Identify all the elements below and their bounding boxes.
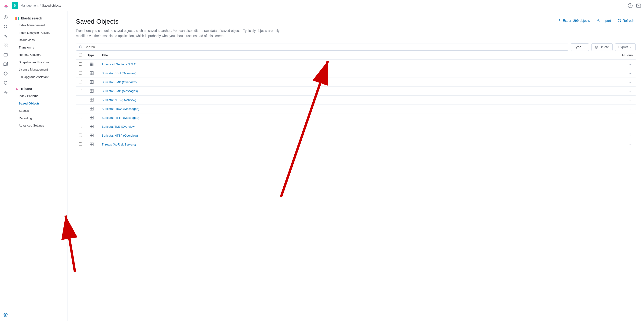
rail-uptime[interactable] (2, 88, 10, 97)
row-title[interactable]: Suricata: SSH (Overview) (99, 69, 485, 78)
row-title[interactable]: Suricata: HTTP (Overview) (99, 131, 485, 140)
table-row: Threats (At-Risk Servers)··· (76, 140, 636, 149)
clock-icon[interactable] (628, 3, 633, 8)
row-title-link[interactable]: Suricata: HTTP (Messages) (102, 116, 139, 120)
svg-rect-23 (90, 64, 91, 65)
sidebar-kibana-section: Kibana Index Patterns Saved Objects Spac… (11, 85, 67, 129)
row-checkbox[interactable] (79, 71, 82, 75)
sidebar-item-upgrade[interactable]: 8.0 Upgrade Assistant (11, 73, 67, 81)
sidebar-item-advanced-settings[interactable]: Advanced Settings (11, 122, 67, 129)
sidebar-item-index-lifecycle[interactable]: Index Lifecycle Policies (11, 29, 67, 37)
type-filter-button[interactable]: Type (571, 43, 589, 51)
row-title-link[interactable]: Suricata: HTTP (Overview) (102, 134, 138, 137)
dashboard-icon (88, 134, 96, 137)
svg-rect-7 (4, 46, 5, 47)
row-actions-menu[interactable]: ··· (485, 78, 636, 87)
row-type-icon (85, 140, 99, 149)
row-actions-menu[interactable]: ··· (485, 113, 636, 122)
rail-management[interactable] (2, 311, 10, 319)
svg-rect-52 (92, 118, 94, 119)
rail-discover[interactable] (2, 23, 10, 31)
row-checkbox[interactable] (79, 62, 82, 66)
row-title[interactable]: Suricata: SMB (Overview) (99, 78, 485, 87)
svg-rect-43 (90, 100, 92, 102)
row-actions-menu[interactable]: ··· (485, 140, 636, 149)
rail-canvas[interactable] (2, 51, 10, 59)
rail-visualize[interactable] (2, 32, 10, 40)
row-actions-menu[interactable]: ··· (485, 104, 636, 113)
table-row: Suricata: SSH (Overview)··· (76, 69, 636, 78)
rail-maps[interactable] (2, 60, 10, 68)
row-title-link[interactable]: Advanced Settings [7.5.1] (102, 63, 136, 66)
row-title-link[interactable]: Suricata: SMB (Messages) (102, 89, 138, 93)
chevron-down-icon (583, 46, 586, 49)
select-all-checkbox[interactable] (79, 53, 82, 57)
row-title[interactable]: Advanced Settings [7.5.1] (99, 60, 485, 69)
row-actions-menu[interactable]: ··· (485, 60, 636, 69)
sidebar-item-transforms[interactable]: Transforms (11, 44, 67, 51)
svg-rect-32 (92, 73, 94, 75)
svg-rect-24 (92, 64, 92, 65)
row-actions-menu[interactable]: ··· (485, 131, 636, 140)
breadcrumb-parent[interactable]: Management (20, 4, 38, 7)
row-title-link[interactable]: Suricata: Flows (Messages) (102, 107, 139, 111)
row-title[interactable]: Suricata: HTTP (Messages) (99, 113, 485, 122)
rail-home[interactable] (2, 13, 10, 22)
search-input[interactable] (84, 45, 565, 49)
row-type-icon (85, 78, 99, 87)
row-checkbox[interactable] (79, 107, 82, 110)
rail-dashboard[interactable] (2, 41, 10, 50)
user-avatar[interactable]: D (12, 2, 18, 9)
row-checkbox[interactable] (79, 98, 82, 101)
row-actions-menu[interactable]: ··· (485, 95, 636, 104)
svg-rect-61 (90, 143, 92, 144)
row-title-link[interactable]: Suricata: SMB (Overview) (102, 80, 137, 84)
sidebar-item-reporting[interactable]: Reporting (11, 115, 67, 122)
sidebar-item-spaces[interactable]: Spaces (11, 107, 67, 115)
svg-rect-40 (92, 91, 94, 93)
row-checkbox[interactable] (79, 89, 82, 92)
rail-ml[interactable] (2, 69, 10, 78)
svg-rect-58 (92, 134, 94, 135)
sidebar-item-index-patterns[interactable]: Index Patterns (11, 92, 67, 100)
table-row: Suricata: Flows (Messages)··· (76, 104, 636, 113)
row-checkbox[interactable] (79, 125, 82, 128)
row-title-link[interactable]: Threats (At-Risk Servers) (102, 143, 136, 146)
rail-security[interactable] (2, 79, 10, 87)
row-title[interactable]: Suricata: Flows (Messages) (99, 104, 485, 113)
row-actions-menu[interactable]: ··· (485, 122, 636, 131)
row-checkbox[interactable] (79, 134, 82, 137)
dashboard-icon (88, 71, 96, 75)
row-title[interactable]: Suricata: NFS (Overview) (99, 95, 485, 104)
row-title[interactable]: Threats (At-Risk Servers) (99, 140, 485, 149)
svg-rect-46 (92, 107, 94, 109)
row-title-link[interactable]: Suricata: NFS (Overview) (102, 98, 136, 102)
row-checkbox[interactable] (79, 116, 82, 119)
row-title-link[interactable]: Suricata: TLS (Overview) (102, 125, 136, 128)
svg-marker-11 (4, 63, 8, 66)
sidebar-item-saved-objects[interactable]: Saved Objects (11, 100, 67, 107)
row-title[interactable]: Suricata: TLS (Overview) (99, 122, 485, 131)
row-actions-menu[interactable]: ··· (485, 69, 636, 78)
export-all-button[interactable]: Export 299 objects (556, 18, 591, 24)
svg-rect-48 (92, 109, 94, 110)
refresh-button[interactable]: Refresh (616, 18, 636, 24)
svg-rect-33 (90, 81, 92, 82)
sidebar-item-rollup-jobs[interactable]: Rollup Jobs (11, 36, 67, 44)
trash-icon (595, 46, 598, 49)
import-button[interactable]: Import (595, 18, 612, 24)
export-button[interactable]: Export (615, 43, 636, 51)
row-checkbox[interactable] (79, 80, 82, 83)
sidebar-item-license[interactable]: License Management (11, 66, 67, 73)
row-title-link[interactable]: Suricata: SSH (Overview) (102, 72, 136, 75)
sidebar-item-snapshot-restore[interactable]: Snapshot and Restore (11, 59, 67, 66)
table-row: Suricata: NFS (Overview)··· (76, 95, 636, 104)
sidebar-item-remote-clusters[interactable]: Remote Clusters (11, 51, 67, 59)
row-checkbox[interactable] (79, 142, 82, 146)
col-actions: Actions (485, 51, 636, 60)
sidebar-item-index-management[interactable]: Index Management (11, 22, 67, 29)
row-actions-menu[interactable]: ··· (485, 87, 636, 95)
delete-button[interactable]: Delete (591, 43, 612, 51)
row-title[interactable]: Suricata: SMB (Messages) (99, 87, 485, 95)
mail-icon[interactable] (636, 3, 641, 8)
